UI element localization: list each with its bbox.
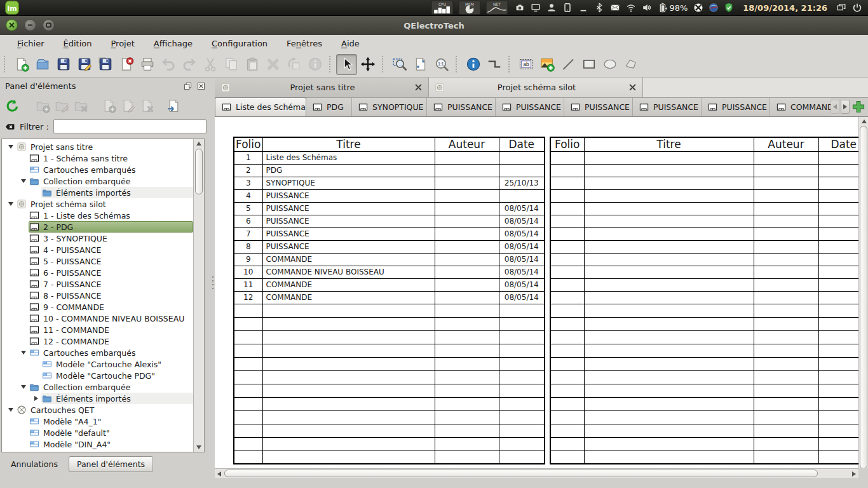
tree-item[interactable]: Collection embarquée xyxy=(2,381,193,393)
menu-edition[interactable]: Édition xyxy=(54,37,102,50)
clock[interactable]: 18/09/2014, 21:26 xyxy=(743,3,827,13)
save-as-button[interactable] xyxy=(74,54,95,75)
rotate-button[interactable] xyxy=(283,54,304,75)
dock-tab-annulations[interactable]: Annulations xyxy=(3,456,66,472)
titlebar[interactable]: QElectroTech xyxy=(0,16,868,35)
folder-new-button[interactable] xyxy=(33,96,52,115)
workspaces-tray[interactable] xyxy=(836,2,847,13)
menu-fenetres[interactable]: Fenêtres xyxy=(277,37,332,50)
panel-close-button[interactable] xyxy=(196,81,206,91)
save-button[interactable] xyxy=(53,54,74,75)
close-file-button[interactable] xyxy=(116,54,137,75)
copy-button[interactable] xyxy=(220,54,241,75)
power-tray[interactable] xyxy=(851,2,863,13)
tree-item[interactable]: 5 - PUISSANCE xyxy=(2,255,193,267)
expander-open-icon[interactable] xyxy=(18,382,29,392)
scroll-down-icon[interactable] xyxy=(194,443,204,452)
schema-tab[interactable]: PUISSANCE xyxy=(702,98,770,116)
paste-button[interactable] xyxy=(241,54,262,75)
element-info-button[interactable] xyxy=(304,54,325,75)
zoom-fit-button[interactable] xyxy=(389,54,410,75)
tree-item[interactable]: 1 - Schéma sans titre xyxy=(2,152,193,164)
window-maximize-button[interactable] xyxy=(43,19,55,31)
undo-button[interactable] xyxy=(158,54,179,75)
tab-close-button[interactable] xyxy=(414,83,423,92)
expander-open-icon[interactable] xyxy=(6,142,16,152)
tree-item[interactable]: 2 - PDG xyxy=(2,221,193,233)
cut-button[interactable] xyxy=(200,54,220,75)
element-edit-button[interactable] xyxy=(118,96,137,115)
schema-tab[interactable]: COMMANDE xyxy=(770,98,831,116)
system-monitors[interactable]: CPUMEMNET xyxy=(430,1,509,15)
panel-float-button[interactable] xyxy=(183,81,193,91)
schema-tab[interactable]: PUISSANCE xyxy=(496,98,564,116)
expander-closed-icon[interactable] xyxy=(31,393,41,403)
menu-launcher[interactable]: lm xyxy=(5,1,19,15)
menu-affichage[interactable]: Affichage xyxy=(144,37,202,50)
schema-tab[interactable]: Liste des Schémas xyxy=(215,97,306,116)
folder-delete-button[interactable] xyxy=(71,96,90,115)
diagram-info-button[interactable] xyxy=(463,54,484,75)
tree-item[interactable]: Cartouches embarqués xyxy=(2,347,193,358)
window-close-button[interactable] xyxy=(6,19,18,31)
schema-tab[interactable]: PUISSANCE xyxy=(564,98,633,116)
diagram-canvas[interactable]: FolioTitreAuteurDate1Liste des Schémas2P… xyxy=(215,117,868,468)
battery-tray[interactable] xyxy=(658,2,669,13)
project-tab[interactable]: Projet schéma silot xyxy=(429,78,643,97)
expander-open-icon[interactable] xyxy=(18,348,29,358)
menu-configuration[interactable]: Configuration xyxy=(202,37,277,50)
print-button[interactable] xyxy=(137,54,158,75)
tree-item[interactable]: Cartouches QET xyxy=(2,404,193,416)
tree-scrollbar[interactable] xyxy=(193,139,204,452)
expander-open-icon[interactable] xyxy=(18,176,29,186)
tree-item[interactable]: 9 - COMMANDE xyxy=(2,301,193,313)
expander-open-icon[interactable] xyxy=(6,199,16,209)
tree-item[interactable]: Collection embarquée xyxy=(2,175,193,187)
tree-item[interactable]: 10 - COMMANDE NIVEAU BOISSEAU xyxy=(2,313,193,324)
tray-window-tray[interactable] xyxy=(578,2,589,13)
add-polygon-button[interactable] xyxy=(620,54,641,75)
tree-item[interactable]: Éléments importés xyxy=(2,187,193,198)
element-new-button[interactable] xyxy=(99,96,118,115)
bluetooth-tray[interactable] xyxy=(593,2,605,13)
phone-tray[interactable] xyxy=(562,2,573,13)
display-tray[interactable] xyxy=(530,2,541,13)
filter-input[interactable] xyxy=(53,119,207,133)
volume-tray[interactable] xyxy=(641,2,653,13)
schema-tab[interactable]: PUISSANCE xyxy=(633,98,702,116)
reload-button[interactable] xyxy=(3,96,22,115)
canvas-hscrollbar-thumb[interactable] xyxy=(224,470,818,477)
element-import-button[interactable] xyxy=(164,96,183,115)
delete-button[interactable] xyxy=(262,54,283,75)
tree-item[interactable]: Modèle "DIN_A4" xyxy=(2,438,193,450)
wifi-tray[interactable] xyxy=(625,2,637,13)
tree-item[interactable]: 3 - SYNOPTIQUE xyxy=(2,233,193,244)
conductor-button[interactable] xyxy=(484,54,505,75)
add-schema-button[interactable] xyxy=(851,99,866,114)
pan-tool-button[interactable] xyxy=(357,54,378,75)
menu-projet[interactable]: Projet xyxy=(101,37,144,50)
schema-tab[interactable]: SYNOPTIQUE xyxy=(352,98,427,116)
tree-item[interactable]: 6 - PUISSANCE xyxy=(2,267,193,278)
tree-item[interactable]: Modèle "Cartouche Alexis" xyxy=(2,358,193,370)
add-rectangle-button[interactable] xyxy=(578,54,599,75)
mail-tray[interactable] xyxy=(609,2,621,13)
open-document-button[interactable] xyxy=(32,54,53,75)
scroll-left-icon[interactable] xyxy=(215,469,224,478)
element-delete-button[interactable] xyxy=(137,96,156,115)
fit-page-button[interactable] xyxy=(410,54,431,75)
add-text-button[interactable]: ab xyxy=(515,54,536,75)
tab-close-button[interactable] xyxy=(628,83,637,92)
canvas-vscrollbar-thumb[interactable] xyxy=(860,126,867,468)
expander-open-icon[interactable] xyxy=(6,405,16,415)
filter-clear-icon[interactable] xyxy=(4,121,15,132)
user-tray[interactable] xyxy=(546,2,557,13)
tree-item[interactable]: 11 - COMMANDE xyxy=(2,324,193,336)
tree-item[interactable]: 4 - PUISSANCE xyxy=(2,244,193,255)
redo-button[interactable] xyxy=(179,54,200,75)
add-image-button[interactable] xyxy=(536,54,557,75)
tree-item[interactable]: 7 - PUISSANCE xyxy=(2,278,193,290)
add-ellipse-button[interactable] xyxy=(599,54,620,75)
tree-item[interactable]: Modèle "default" xyxy=(2,427,193,438)
camera-tray[interactable] xyxy=(514,2,526,13)
